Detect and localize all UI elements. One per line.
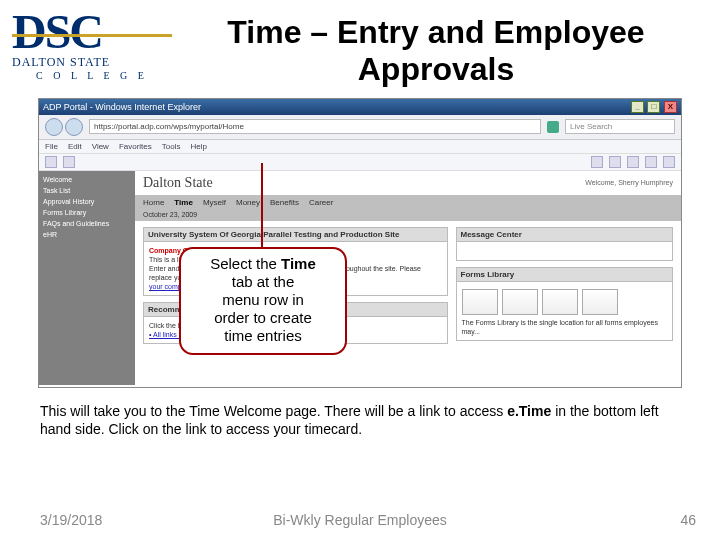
slide-title: Time – Entry and Employee Approvals xyxy=(172,8,700,88)
tab-career[interactable]: Career xyxy=(309,198,333,207)
form-thumb-icon[interactable] xyxy=(462,289,498,315)
maximize-icon[interactable]: □ xyxy=(647,101,660,113)
search-input[interactable]: Live Search xyxy=(565,119,675,134)
address-bar-row: https://portal.adp.com/wps/myportal/Home… xyxy=(39,115,681,140)
portal-area: Welcome Task List Approval History Forms… xyxy=(39,171,681,385)
leftnav-tasklist[interactable]: Task List xyxy=(43,186,131,195)
minimize-icon[interactable]: _ xyxy=(631,101,644,113)
go-icon[interactable] xyxy=(547,121,559,133)
panel-forms-title: Forms Library xyxy=(457,268,673,282)
nav-buttons xyxy=(45,118,83,136)
window-titlebar: ADP Portal - Windows Internet Explorer _… xyxy=(39,99,681,115)
window-control-icons: _ □ X xyxy=(630,101,677,113)
menu-view[interactable]: View xyxy=(92,142,109,151)
leftnav-forms[interactable]: Forms Library xyxy=(43,208,131,217)
menu-help[interactable]: Help xyxy=(190,142,206,151)
feeds-icon[interactable] xyxy=(609,156,621,168)
panel-main-title: University System Of Georgia Parallel Te… xyxy=(144,228,447,242)
portal-brand: Dalton State xyxy=(135,171,221,195)
tab-money[interactable]: Money xyxy=(236,198,260,207)
tab-benefits[interactable]: Benefits xyxy=(270,198,299,207)
tab-home[interactable]: Home xyxy=(143,198,164,207)
menu-edit[interactable]: Edit xyxy=(68,142,82,151)
slide-caption: This will take you to the Time Welcome p… xyxy=(40,402,680,440)
slide-footer: 3/19/2018 Bi-Wkly Regular Employees 46 xyxy=(0,512,720,528)
tab-icon[interactable] xyxy=(63,156,75,168)
logo-text: DALTON STATE C O L L E G E xyxy=(12,55,172,81)
leftnav-approval[interactable]: Approval History xyxy=(43,197,131,206)
portal-tabs: Home Time Myself Money Benefits Career xyxy=(135,195,681,210)
menu-tools[interactable]: Tools xyxy=(162,142,181,151)
tab-myself[interactable]: Myself xyxy=(203,198,226,207)
page-icon[interactable] xyxy=(645,156,657,168)
close-icon[interactable]: X xyxy=(664,101,677,113)
leftnav-faq[interactable]: FAQs and Guidelines xyxy=(43,219,131,228)
portal-date: October 23, 2009 xyxy=(135,210,681,221)
panel-forms: Forms Library The Forms Library is the s… xyxy=(456,267,674,341)
url-field[interactable]: https://portal.adp.com/wps/myportal/Home xyxy=(89,119,541,134)
window-title-text: ADP Portal - Windows Internet Explorer xyxy=(43,102,201,112)
panel-msg-title: Message Center xyxy=(457,228,673,242)
tools-icon[interactable] xyxy=(663,156,675,168)
form-thumb-icon[interactable] xyxy=(502,289,538,315)
back-icon[interactable] xyxy=(45,118,63,136)
callout-connector xyxy=(261,163,263,251)
portal-left-nav: Welcome Task List Approval History Forms… xyxy=(39,171,135,385)
forward-icon[interactable] xyxy=(65,118,83,136)
leftnav-ehr[interactable]: eHR xyxy=(43,230,131,239)
browser-screenshot: ADP Portal - Windows Internet Explorer _… xyxy=(38,98,682,388)
form-thumb-icon[interactable] xyxy=(542,289,578,315)
browser-menu: File Edit View Favorites Tools Help xyxy=(39,140,681,154)
print-icon[interactable] xyxy=(627,156,639,168)
menu-favorites[interactable]: Favorites xyxy=(119,142,152,151)
menu-file[interactable]: File xyxy=(45,142,58,151)
favorites-icon[interactable] xyxy=(45,156,57,168)
footer-center: Bi-Wkly Regular Employees xyxy=(0,512,720,528)
form-thumb-icon[interactable] xyxy=(582,289,618,315)
panel-msg: Message Center xyxy=(456,227,674,261)
logo-initials: DSC xyxy=(12,12,172,53)
tab-time[interactable]: Time xyxy=(174,198,193,207)
browser-toolbar xyxy=(39,154,681,171)
leftnav-welcome[interactable]: Welcome xyxy=(43,175,131,184)
callout-box: Select the Time tab at the menu row in o… xyxy=(179,247,347,355)
portal-welcome: Welcome, Sherry Humphrey xyxy=(585,179,673,186)
dsc-logo: DSC DALTON STATE C O L L E G E xyxy=(12,8,172,81)
home-icon[interactable] xyxy=(591,156,603,168)
panel-forms-text: The Forms Library is the single location… xyxy=(462,318,668,336)
